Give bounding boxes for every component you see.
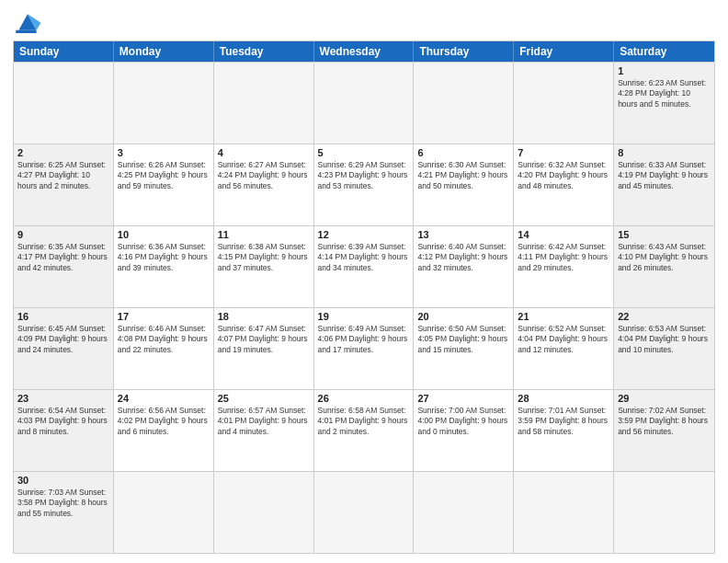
day-info: Sunrise: 6:50 AM Sunset: 4:05 PM Dayligh…	[417, 324, 509, 355]
day-info: Sunrise: 7:02 AM Sunset: 3:59 PM Dayligh…	[618, 406, 711, 437]
day-cell-27: 27Sunrise: 7:00 AM Sunset: 4:00 PM Dayli…	[414, 390, 514, 471]
day-info: Sunrise: 6:46 AM Sunset: 4:08 PM Dayligh…	[118, 324, 210, 355]
empty-cell-0-4	[414, 63, 514, 144]
day-number: 29	[618, 393, 711, 404]
day-number: 21	[518, 311, 609, 322]
empty-cell-0-1	[114, 63, 214, 144]
page: SundayMondayTuesdayWednesdayThursdayFrid…	[0, 0, 728, 563]
day-cell-26: 26Sunrise: 6:58 AM Sunset: 4:01 PM Dayli…	[314, 390, 415, 471]
day-number: 11	[218, 229, 310, 240]
empty-cell-5-3	[314, 472, 415, 553]
day-cell-28: 28Sunrise: 7:01 AM Sunset: 3:59 PM Dayli…	[514, 390, 614, 471]
day-cell-11: 11Sunrise: 6:38 AM Sunset: 4:15 PM Dayli…	[214, 226, 314, 307]
day-number: 24	[118, 393, 210, 404]
calendar-body: 1Sunrise: 6:23 AM Sunset: 4:28 PM Daylig…	[14, 62, 714, 553]
day-info: Sunrise: 6:53 AM Sunset: 4:04 PM Dayligh…	[618, 324, 711, 355]
empty-cell-0-5	[514, 63, 614, 144]
day-number: 19	[318, 311, 410, 322]
calendar: SundayMondayTuesdayWednesdayThursdayFrid…	[13, 40, 715, 554]
day-cell-29: 29Sunrise: 7:02 AM Sunset: 3:59 PM Dayli…	[614, 390, 714, 471]
empty-cell-0-2	[214, 63, 314, 144]
day-number: 12	[318, 229, 410, 240]
day-info: Sunrise: 6:45 AM Sunset: 4:09 PM Dayligh…	[17, 324, 109, 355]
calendar-row-1: 2Sunrise: 6:25 AM Sunset: 4:27 PM Daylig…	[14, 144, 714, 225]
empty-cell-0-3	[314, 63, 415, 144]
weekday-header-wednesday: Wednesday	[314, 41, 415, 62]
empty-cell-5-6	[614, 472, 714, 553]
day-number: 6	[417, 147, 509, 158]
day-cell-8: 8Sunrise: 6:33 AM Sunset: 4:19 PM Daylig…	[614, 144, 714, 225]
day-cell-6: 6Sunrise: 6:30 AM Sunset: 4:21 PM Daylig…	[414, 144, 514, 225]
day-info: Sunrise: 6:35 AM Sunset: 4:17 PM Dayligh…	[17, 242, 109, 273]
day-info: Sunrise: 6:26 AM Sunset: 4:25 PM Dayligh…	[118, 160, 210, 191]
weekday-header-monday: Monday	[114, 41, 214, 62]
day-cell-3: 3Sunrise: 6:26 AM Sunset: 4:25 PM Daylig…	[114, 144, 214, 225]
day-cell-30: 30Sunrise: 7:03 AM Sunset: 3:58 PM Dayli…	[14, 472, 114, 553]
empty-cell-5-2	[214, 472, 314, 553]
empty-cell-5-5	[514, 472, 614, 553]
day-number: 10	[118, 229, 210, 240]
day-info: Sunrise: 6:57 AM Sunset: 4:01 PM Dayligh…	[218, 406, 310, 437]
day-cell-4: 4Sunrise: 6:27 AM Sunset: 4:24 PM Daylig…	[214, 144, 314, 225]
day-cell-1: 1Sunrise: 6:23 AM Sunset: 4:28 PM Daylig…	[614, 63, 714, 144]
day-cell-9: 9Sunrise: 6:35 AM Sunset: 4:17 PM Daylig…	[14, 226, 114, 307]
day-number: 20	[417, 311, 509, 322]
day-info: Sunrise: 6:47 AM Sunset: 4:07 PM Dayligh…	[218, 324, 310, 355]
header	[13, 9, 715, 35]
day-cell-23: 23Sunrise: 6:54 AM Sunset: 4:03 PM Dayli…	[14, 390, 114, 471]
day-number: 26	[318, 393, 410, 404]
day-cell-22: 22Sunrise: 6:53 AM Sunset: 4:04 PM Dayli…	[614, 308, 714, 389]
day-cell-2: 2Sunrise: 6:25 AM Sunset: 4:27 PM Daylig…	[14, 144, 114, 225]
day-info: Sunrise: 6:39 AM Sunset: 4:14 PM Dayligh…	[318, 242, 410, 273]
day-info: Sunrise: 6:42 AM Sunset: 4:11 PM Dayligh…	[518, 242, 609, 273]
day-number: 25	[218, 393, 310, 404]
day-number: 1	[618, 65, 711, 76]
day-info: Sunrise: 6:40 AM Sunset: 4:12 PM Dayligh…	[417, 242, 509, 273]
logo	[13, 9, 46, 35]
day-info: Sunrise: 6:58 AM Sunset: 4:01 PM Dayligh…	[318, 406, 410, 437]
day-cell-19: 19Sunrise: 6:49 AM Sunset: 4:06 PM Dayli…	[314, 308, 415, 389]
day-info: Sunrise: 6:25 AM Sunset: 4:27 PM Dayligh…	[17, 160, 109, 191]
day-info: Sunrise: 6:49 AM Sunset: 4:06 PM Dayligh…	[318, 324, 410, 355]
day-number: 22	[618, 311, 711, 322]
day-cell-17: 17Sunrise: 6:46 AM Sunset: 4:08 PM Dayli…	[114, 308, 214, 389]
day-info: Sunrise: 6:33 AM Sunset: 4:19 PM Dayligh…	[618, 160, 711, 191]
day-number: 27	[417, 393, 509, 404]
empty-cell-5-4	[414, 472, 514, 553]
day-cell-5: 5Sunrise: 6:29 AM Sunset: 4:23 PM Daylig…	[314, 144, 415, 225]
day-number: 15	[618, 229, 711, 240]
day-number: 23	[17, 393, 109, 404]
day-info: Sunrise: 7:03 AM Sunset: 3:58 PM Dayligh…	[17, 488, 109, 519]
day-info: Sunrise: 6:56 AM Sunset: 4:02 PM Dayligh…	[118, 406, 210, 437]
logo-icon	[13, 9, 42, 35]
day-number: 13	[417, 229, 509, 240]
day-info: Sunrise: 6:38 AM Sunset: 4:15 PM Dayligh…	[218, 242, 310, 273]
day-info: Sunrise: 6:52 AM Sunset: 4:04 PM Dayligh…	[518, 324, 609, 355]
weekday-header-friday: Friday	[514, 41, 614, 62]
empty-cell-0-0	[14, 63, 114, 144]
day-cell-13: 13Sunrise: 6:40 AM Sunset: 4:12 PM Dayli…	[414, 226, 514, 307]
calendar-row-0: 1Sunrise: 6:23 AM Sunset: 4:28 PM Daylig…	[14, 62, 714, 144]
day-info: Sunrise: 6:54 AM Sunset: 4:03 PM Dayligh…	[17, 406, 109, 437]
day-number: 9	[17, 229, 109, 240]
day-info: Sunrise: 6:36 AM Sunset: 4:16 PM Dayligh…	[118, 242, 210, 273]
weekday-header-saturday: Saturday	[614, 41, 714, 62]
day-number: 30	[17, 475, 109, 486]
calendar-row-4: 23Sunrise: 6:54 AM Sunset: 4:03 PM Dayli…	[14, 389, 714, 471]
day-cell-24: 24Sunrise: 6:56 AM Sunset: 4:02 PM Dayli…	[114, 390, 214, 471]
day-cell-15: 15Sunrise: 6:43 AM Sunset: 4:10 PM Dayli…	[614, 226, 714, 307]
day-cell-21: 21Sunrise: 6:52 AM Sunset: 4:04 PM Dayli…	[514, 308, 614, 389]
day-cell-10: 10Sunrise: 6:36 AM Sunset: 4:16 PM Dayli…	[114, 226, 214, 307]
day-info: Sunrise: 6:30 AM Sunset: 4:21 PM Dayligh…	[417, 160, 509, 191]
day-cell-16: 16Sunrise: 6:45 AM Sunset: 4:09 PM Dayli…	[14, 308, 114, 389]
day-number: 14	[518, 229, 609, 240]
day-number: 2	[17, 147, 109, 158]
day-cell-18: 18Sunrise: 6:47 AM Sunset: 4:07 PM Dayli…	[214, 308, 314, 389]
day-info: Sunrise: 7:01 AM Sunset: 3:59 PM Dayligh…	[518, 406, 609, 437]
day-cell-25: 25Sunrise: 6:57 AM Sunset: 4:01 PM Dayli…	[214, 390, 314, 471]
day-number: 5	[318, 147, 410, 158]
day-info: Sunrise: 6:27 AM Sunset: 4:24 PM Dayligh…	[218, 160, 310, 191]
empty-cell-5-1	[114, 472, 214, 553]
day-number: 3	[118, 147, 210, 158]
day-cell-14: 14Sunrise: 6:42 AM Sunset: 4:11 PM Dayli…	[514, 226, 614, 307]
